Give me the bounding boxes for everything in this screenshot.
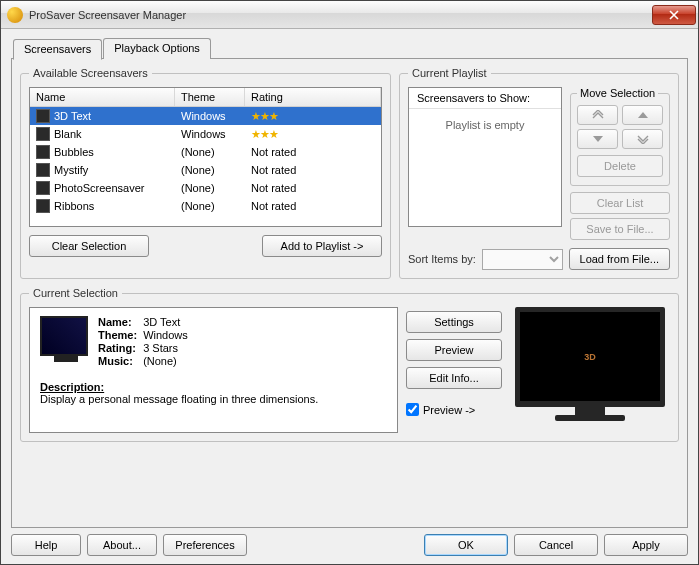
group-current-selection: Current Selection Name: 3D Text Theme: W… [20,287,679,442]
preview-checkbox[interactable] [406,403,419,416]
add-to-playlist-button[interactable]: Add to Playlist -> [262,235,382,257]
row-rating: Not rated [245,145,381,159]
arrow-top-icon [592,110,604,120]
tabstrip: Screensavers Playback Options [13,38,688,59]
playlist-listbox[interactable]: Screensavers to Show: Playlist is empty [408,87,562,227]
row-rating: Not rated [245,199,381,213]
playlist-header: Screensavers to Show: [409,88,561,109]
screensaver-icon [36,127,50,141]
listview-body: 3D TextWindows★★★BlankWindows★★★Bubbles(… [30,107,381,226]
row-theme: (None) [175,199,245,213]
selection-icon [40,316,88,356]
row-name: Blank [54,128,82,140]
about-button[interactable]: About... [87,534,157,556]
preview-screen: 3D [515,307,665,407]
footer-button-bar: Help About... Preferences OK Cancel Appl… [11,528,688,556]
screensaver-icon [36,181,50,195]
preview-checkbox-label[interactable]: Preview -> [423,404,475,416]
clear-selection-button[interactable]: Clear Selection [29,235,149,257]
move-bottom-button[interactable] [622,129,663,149]
apply-button[interactable]: Apply [604,534,688,556]
available-listview[interactable]: Name Theme Rating 3D TextWindows★★★Blank… [29,87,382,227]
value-name: 3D Text [143,316,188,328]
value-theme: Windows [143,329,188,341]
screensaver-icon [36,109,50,123]
move-top-button[interactable] [577,105,618,125]
legend-current-selection: Current Selection [29,287,122,299]
tab-playback-options[interactable]: Playback Options [103,38,211,59]
screensaver-icon [36,199,50,213]
ok-button[interactable]: OK [424,534,508,556]
row-name: Bubbles [54,146,94,158]
client-area: Screensavers Playback Options Available … [1,29,698,564]
monitor-stand [575,407,605,415]
arrow-down-icon [592,134,604,144]
group-available-screensavers: Available Screensavers Name Theme Rating… [20,67,391,279]
column-name[interactable]: Name [30,88,175,106]
label-theme: Theme: [98,329,137,341]
sort-select[interactable] [482,249,563,270]
table-row[interactable]: Mystify(None)Not rated [30,161,381,179]
app-window: ProSaver Screensaver Manager Screensaver… [0,0,699,565]
arrow-up-icon [637,110,649,120]
row-theme: Windows [175,109,245,123]
row-theme: (None) [175,145,245,159]
preview-monitor: 3D [510,307,670,433]
table-row[interactable]: BlankWindows★★★ [30,125,381,143]
app-icon [7,7,23,23]
arrow-bottom-icon [637,134,649,144]
settings-button[interactable]: Settings [406,311,502,333]
load-from-file-button[interactable]: Load from File... [569,248,670,270]
window-title: ProSaver Screensaver Manager [29,9,652,21]
table-row[interactable]: 3D TextWindows★★★ [30,107,381,125]
legend-playlist: Current Playlist [408,67,491,79]
row-rating: ★★★ [245,109,381,124]
row-rating: Not rated [245,163,381,177]
legend-available: Available Screensavers [29,67,152,79]
row-rating: ★★★ [245,127,381,142]
table-row[interactable]: Bubbles(None)Not rated [30,143,381,161]
legend-move: Move Selection [577,87,658,99]
column-theme[interactable]: Theme [175,88,245,106]
current-selection-box: Name: 3D Text Theme: Windows Rating: 3 S… [29,307,398,433]
playlist-empty-text: Playlist is empty [409,109,561,226]
value-music: (None) [143,355,188,367]
tab-panel-screensavers: Available Screensavers Name Theme Rating… [11,58,688,528]
label-rating: Rating: [98,342,137,354]
clear-list-button[interactable]: Clear List [570,192,670,214]
cancel-button[interactable]: Cancel [514,534,598,556]
label-music: Music: [98,355,137,367]
row-name: Mystify [54,164,88,176]
row-theme: (None) [175,163,245,177]
listview-header: Name Theme Rating [30,88,381,107]
column-rating[interactable]: Rating [245,88,381,106]
screensaver-icon [36,163,50,177]
group-move-selection: Move Selection Delete [570,87,670,186]
help-button[interactable]: Help [11,534,81,556]
close-icon [669,10,679,20]
screensaver-icon [36,145,50,159]
move-up-button[interactable] [622,105,663,125]
preferences-button[interactable]: Preferences [163,534,247,556]
close-button[interactable] [652,5,696,25]
value-rating: 3 Stars [143,342,188,354]
table-row[interactable]: PhotoScreensaver(None)Not rated [30,179,381,197]
titlebar: ProSaver Screensaver Manager [1,1,698,29]
row-name: PhotoScreensaver [54,182,145,194]
row-theme: Windows [175,127,245,141]
table-row[interactable]: Ribbons(None)Not rated [30,197,381,215]
delete-button[interactable]: Delete [577,155,663,177]
label-description: Description: [40,381,387,393]
row-name: Ribbons [54,200,94,212]
move-down-button[interactable] [577,129,618,149]
row-name: 3D Text [54,110,91,122]
sort-label: Sort Items by: [408,253,476,265]
preview-button[interactable]: Preview [406,339,502,361]
value-description: Display a personal message floating in t… [40,393,387,405]
edit-info-button[interactable]: Edit Info... [406,367,502,389]
preview-3d-text: 3D [584,352,596,362]
tab-screensavers[interactable]: Screensavers [13,39,102,60]
save-to-file-button[interactable]: Save to File... [570,218,670,240]
monitor-base [555,415,625,421]
group-current-playlist: Current Playlist Screensavers to Show: P… [399,67,679,279]
